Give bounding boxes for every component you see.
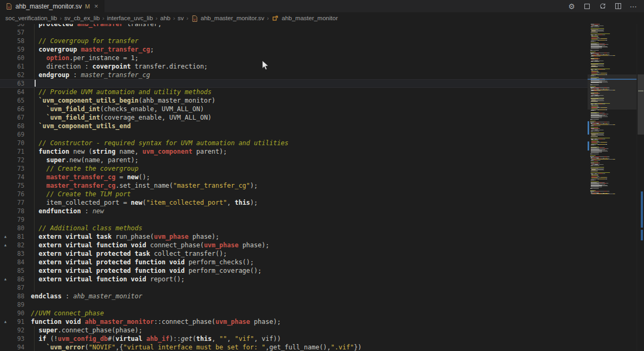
code-line[interactable]: 58 // Covergroup for transfer	[0, 37, 588, 45]
settings-gear-icon[interactable]: ⚙	[567, 2, 576, 11]
code-line[interactable]: 76 // Create the TLM port	[0, 190, 588, 198]
line-number[interactable]: 90	[11, 309, 24, 317]
scrollbar-thumb[interactable]	[638, 74, 644, 135]
definition-arrow-icon[interactable]: ▲	[0, 232, 11, 241]
toggle-dirty-diff-icon[interactable]	[598, 2, 607, 11]
code-line[interactable]: ▲91function void ahb_master_monitor::con…	[0, 317, 588, 326]
line-number[interactable]: 68	[11, 122, 24, 130]
code-line[interactable]: 93 if (!uvm_config_db#(virtual ahb_if)::…	[0, 335, 588, 343]
definition-arrow-icon[interactable]: ▲	[0, 241, 11, 249]
line-number[interactable]: 80	[11, 224, 24, 232]
code-line[interactable]: 73 // Create the covergroup	[0, 164, 588, 173]
more-actions-icon[interactable]: ⋯	[629, 2, 638, 11]
breadcrumb-file[interactable]: ahb_master_monitor.sv	[201, 15, 265, 21]
code-line[interactable]: 89	[0, 300, 588, 309]
code-line[interactable]: ▲86 extern virtual function void report(…	[0, 275, 588, 283]
code-line[interactable]: 90//UVM connect_phase	[0, 309, 588, 317]
line-number[interactable]: 93	[11, 335, 24, 343]
code-line[interactable]: ▲82 extern virtual function void connect…	[0, 241, 588, 249]
code-line[interactable]: 79	[0, 215, 588, 224]
tab-ahb-master-monitor[interactable]: v ahb_master_monitor.sv M ×	[0, 0, 104, 12]
breadcrumb-segment[interactable]: interface_uvc_lib	[107, 15, 153, 21]
line-number[interactable]: 79	[11, 215, 24, 224]
code-line-text: extern virtual protected function void p…	[31, 266, 262, 275]
code-line[interactable]: 85 extern virtual protected function voi…	[0, 266, 588, 275]
line-number[interactable]: 61	[11, 62, 24, 71]
line-number[interactable]: 82	[11, 241, 24, 249]
line-number[interactable]: 81	[11, 232, 24, 241]
minimap[interactable]	[588, 0, 637, 351]
line-number[interactable]: 87	[11, 283, 24, 292]
code-line[interactable]: 77 item_collected_port = new("item_colle…	[0, 198, 588, 207]
code-line[interactable]: 62 endgroup : master_transfer_cg	[0, 71, 588, 79]
code-editor[interactable]: 56 protected ahb_transfer transfer;5758 …	[0, 0, 588, 351]
breadcrumb-segment[interactable]: sv	[178, 15, 184, 21]
line-number[interactable]: 89	[11, 300, 24, 309]
code-line[interactable]: 87	[0, 283, 588, 292]
line-number[interactable]: 59	[11, 45, 24, 54]
code-line[interactable]: 80 // Additional class methods	[0, 224, 588, 232]
code-line[interactable]: 83 extern virtual protected task collect…	[0, 249, 588, 258]
code-line[interactable]: 92 super.connect_phase(phase);	[0, 326, 588, 335]
line-number[interactable]: 91	[11, 317, 24, 326]
line-number[interactable]: 86	[11, 275, 24, 283]
code-line[interactable]: 67 `uvm_field_int(coverage_enable, UVM_A…	[0, 113, 588, 122]
line-number[interactable]: 78	[11, 207, 24, 215]
line-number[interactable]: 66	[11, 105, 24, 113]
code-line[interactable]: 64 // Provide UVM automation and utility…	[0, 88, 588, 96]
code-line[interactable]: 94 `uvm_error("NOVIF",{"virtual interfac…	[0, 343, 588, 351]
code-line[interactable]: 57	[0, 28, 588, 37]
code-line[interactable]: 60 option.per_instance = 1;	[0, 54, 588, 62]
line-number[interactable]: 67	[11, 113, 24, 122]
code-line[interactable]: 63	[0, 79, 588, 88]
open-changes-icon[interactable]	[583, 2, 591, 11]
code-line[interactable]: 65 `uvm_component_utils_begin(ahb_master…	[0, 96, 588, 105]
definition-arrow-icon[interactable]: ▲	[0, 275, 11, 283]
close-icon[interactable]: ×	[94, 2, 98, 10]
line-number[interactable]: 70	[11, 139, 24, 147]
line-number[interactable]: 65	[11, 96, 24, 105]
code-line[interactable]: 71 function new (string name, uvm_compon…	[0, 147, 588, 156]
line-number[interactable]: 72	[11, 156, 24, 164]
line-number[interactable]: 77	[11, 198, 24, 207]
code-line[interactable]: 61 direction : coverpoint transfer.direc…	[0, 62, 588, 71]
line-number[interactable]: 69	[11, 130, 24, 139]
line-number[interactable]: 88	[11, 292, 24, 300]
breadcrumb-segment[interactable]: soc_verification_lib	[5, 15, 57, 21]
line-number[interactable]: 63	[11, 79, 24, 88]
minimap-current-line-marker	[588, 79, 637, 80]
line-number[interactable]: 64	[11, 88, 24, 96]
line-number[interactable]: 58	[11, 37, 24, 45]
code-line[interactable]: 88endclass : ahb_master_monitor	[0, 292, 588, 300]
code-line[interactable]: 70 // Constructor - required syntax for …	[0, 139, 588, 147]
line-number[interactable]: 85	[11, 266, 24, 275]
line-number[interactable]: 74	[11, 173, 24, 181]
code-line[interactable]: 72 super.new(name, parent);	[0, 156, 588, 164]
split-editor-icon[interactable]	[614, 2, 622, 11]
code-line[interactable]: 78 endfunction : new	[0, 207, 588, 215]
definition-arrow-icon[interactable]: ▲	[0, 317, 11, 326]
breadcrumb-symbol[interactable]: ahb_master_monitor	[282, 15, 337, 21]
line-number[interactable]: 62	[11, 71, 24, 79]
line-number[interactable]: 84	[11, 258, 24, 266]
line-number[interactable]: 60	[11, 54, 24, 62]
code-line[interactable]: 69	[0, 130, 588, 139]
line-number[interactable]: 57	[11, 28, 24, 37]
code-line[interactable]: ▲81 extern virtual task run_phase(uvm_ph…	[0, 232, 588, 241]
line-number[interactable]: 73	[11, 164, 24, 173]
code-line[interactable]: 84 extern virtual protected function voi…	[0, 258, 588, 266]
breadcrumb-segment[interactable]: sv_cb_ex_lib	[64, 15, 100, 21]
line-number[interactable]: 92	[11, 326, 24, 335]
code-line[interactable]: 75 master_transfer_cg.set_inst_name("mas…	[0, 181, 588, 190]
breadcrumb-segment[interactable]: ahb	[160, 15, 170, 21]
vertical-scrollbar[interactable]	[637, 0, 644, 351]
line-number[interactable]: 71	[11, 147, 24, 156]
code-line[interactable]: 68 `uvm_component_utils_end	[0, 122, 588, 130]
line-number[interactable]: 75	[11, 181, 24, 190]
code-line[interactable]: 59 covergroup master_transfer_cg;	[0, 45, 588, 54]
line-number[interactable]: 76	[11, 190, 24, 198]
line-number[interactable]: 94	[11, 343, 24, 351]
code-line[interactable]: 66 `uvm_field_int(checks_enable, UVM_ALL…	[0, 105, 588, 113]
line-number[interactable]: 83	[11, 249, 24, 258]
code-line[interactable]: 74 master_transfer_cg = new();	[0, 173, 588, 181]
